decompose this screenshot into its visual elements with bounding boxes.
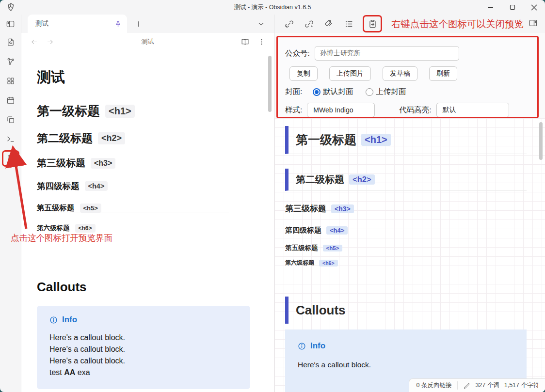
- terminal-icon[interactable]: [4, 133, 17, 145]
- preview-plugin-icon[interactable]: [4, 152, 17, 165]
- style-select[interactable]: MWeb Indigo: [307, 103, 375, 117]
- maximize-button[interactable]: [501, 0, 523, 15]
- h1-code-tag: <h1>: [105, 105, 135, 118]
- editor-h2[interactable]: 第二级标题<h2>: [37, 131, 274, 146]
- ribbon-preview-highlight-box: [2, 150, 19, 167]
- editor-info-callout[interactable]: Info Here's a callout block. Here's a ca…: [37, 306, 250, 389]
- callout-line: Here's a callout block.: [49, 344, 238, 355]
- obsidian-window: 测试 - 演示 - Obsidian v1.6.5: [0, 0, 545, 392]
- preview-scrollbar[interactable]: [539, 122, 543, 160]
- left-sidebar-toggle-icon[interactable]: [4, 17, 17, 30]
- callout-line: test AA exa: [49, 367, 238, 378]
- canvas-icon[interactable]: [4, 75, 17, 87]
- outgoing-links-icon[interactable]: [303, 18, 315, 30]
- preview-h2: 第二级标题<h2>: [285, 169, 527, 191]
- tab-list-chevron-down-icon[interactable]: [257, 20, 265, 28]
- preview-panel: 公众号: 复制 上传图片 发草稿 刷新 封面: 默认封面: [274, 33, 545, 392]
- breadcrumb: 测试: [54, 37, 241, 46]
- tab-title: 测试: [35, 19, 114, 28]
- preview-h4: 第四级标题<h4>: [285, 226, 527, 235]
- h2-code-tag: <h2>: [98, 132, 125, 144]
- code-highlight-select[interactable]: 默认: [436, 103, 509, 117]
- h5-code-tag: <h5>: [80, 204, 101, 213]
- obsidian-logo-icon: [6, 2, 16, 12]
- minimize-button[interactable]: [480, 0, 501, 15]
- editor-scrollbar[interactable]: [268, 56, 272, 112]
- right-tab-bar: 右键点击这个图标可以关闭预览: [274, 15, 545, 33]
- edit-pencil-icon[interactable]: [464, 382, 470, 389]
- tags-icon[interactable]: [323, 18, 335, 30]
- pin-icon[interactable]: [114, 20, 122, 28]
- h6-code-tag: <h6>: [75, 224, 96, 233]
- editor-callouts-heading[interactable]: Callouts: [37, 279, 274, 295]
- info-circle-icon: [298, 342, 306, 350]
- graph-view-icon[interactable]: [4, 55, 17, 68]
- annotation-close-preview: 右键点击这个图标可以关闭预览: [391, 17, 524, 31]
- copy-button[interactable]: 复制: [289, 66, 318, 81]
- tab-active[interactable]: 测试: [28, 15, 127, 33]
- editor-h5[interactable]: 第五级标题<h5>: [37, 203, 274, 213]
- account-label: 公众号:: [285, 48, 310, 59]
- upload-image-button[interactable]: 上传图片: [329, 66, 371, 81]
- right-sidebar-toggle-icon[interactable]: [529, 18, 538, 28]
- editor-h4[interactable]: 第四级标题<h4>: [37, 180, 274, 192]
- close-button[interactable]: [523, 0, 545, 15]
- daily-note-calendar-icon[interactable]: [4, 94, 17, 107]
- quick-switcher-icon[interactable]: [4, 36, 17, 48]
- outline-icon[interactable]: [343, 18, 354, 30]
- toolbar-preview-highlight-box: [363, 15, 382, 32]
- preview-h1: 第一级标题<h1>: [285, 126, 527, 154]
- refresh-button[interactable]: 刷新: [429, 66, 457, 81]
- h3-code-tag: <h3>: [91, 158, 115, 169]
- left-ribbon: [0, 15, 21, 392]
- callout-line: Here's a callout block.: [298, 361, 514, 369]
- new-tab-button[interactable]: [132, 17, 144, 30]
- more-options-icon[interactable]: [258, 38, 265, 46]
- reading-mode-icon[interactable]: [241, 38, 249, 46]
- post-draft-button[interactable]: 发草稿: [383, 66, 417, 81]
- preview-h3: 第三级标题<h3>: [285, 203, 527, 214]
- editor-horizontal-rule: [43, 213, 229, 213]
- info-circle-icon: [49, 316, 58, 324]
- backlinks-icon[interactable]: [283, 18, 295, 30]
- editor-h3[interactable]: 第三级标题<h3>: [37, 157, 274, 170]
- status-bar: 0 条反向链接 327 个词 1,517 个字符: [409, 378, 545, 392]
- h4-code-tag: <h4>: [85, 181, 108, 191]
- templates-copy-icon[interactable]: [4, 113, 17, 126]
- form-highlight-box: 公众号: 复制 上传图片 发草稿 刷新 封面: 默认封面: [276, 36, 539, 118]
- editor-h6[interactable]: 第六级标题<h6>: [37, 224, 274, 233]
- preview-plugin-icon[interactable]: [367, 18, 378, 30]
- h2-code-tag: <h2>: [349, 174, 375, 185]
- cover-upload-radio[interactable]: 上传封面: [366, 87, 406, 97]
- style-label: 样式:: [285, 105, 302, 115]
- editor-h1[interactable]: 第一级标题<h1>: [37, 103, 274, 120]
- preview-h6: 第六级标题<h6>: [285, 259, 527, 267]
- callout-line: Here's a callout block.: [49, 355, 238, 367]
- cover-default-radio[interactable]: 默认封面: [313, 87, 353, 97]
- preview-h5: 第五级标题<h5>: [285, 244, 527, 252]
- h4-code-tag: <h4>: [326, 226, 348, 235]
- code-highlight-label: 代码高亮:: [399, 105, 431, 115]
- callout-title-text: Info: [310, 341, 325, 351]
- preview-horizontal-rule: [285, 274, 527, 274]
- account-input[interactable]: [315, 46, 459, 61]
- cover-label: 封面:: [285, 87, 302, 97]
- right-pane: 右键点击这个图标可以关闭预览 公众号: 复制 上传图片 发草稿: [274, 15, 545, 392]
- window-title: 测试 - 演示 - Obsidian v1.6.5: [0, 3, 545, 12]
- note-inline-title[interactable]: 测试: [37, 69, 274, 85]
- h6-code-tag: <h6>: [319, 260, 338, 267]
- callout-line: Here's a callout block.: [49, 332, 238, 344]
- titlebar: 测试 - 演示 - Obsidian v1.6.5: [0, 0, 545, 15]
- left-tab-bar: 测试: [21, 15, 274, 33]
- preview-rendered-content: 第一级标题<h1> 第二级标题<h2> 第三级标题<h3> 第四级标题<h4> …: [274, 118, 545, 392]
- h5-code-tag: <h5>: [323, 245, 343, 251]
- backlinks-count[interactable]: 0 条反向链接: [416, 381, 451, 390]
- callout-title-text: Info: [62, 315, 77, 325]
- h3-code-tag: <h3>: [331, 204, 354, 213]
- left-pane: 测试: [21, 15, 274, 392]
- char-count[interactable]: 1,517 个字符: [504, 381, 539, 390]
- nav-back-icon[interactable]: [30, 38, 38, 46]
- h1-code-tag: <h1>: [361, 134, 391, 146]
- word-count[interactable]: 327 个词: [475, 381, 499, 390]
- nav-forward-icon[interactable]: [46, 38, 54, 46]
